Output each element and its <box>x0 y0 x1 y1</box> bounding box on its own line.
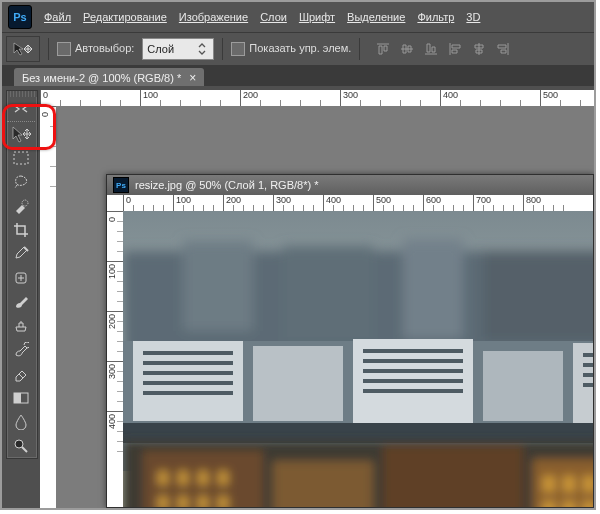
svg-rect-10 <box>403 239 463 339</box>
svg-rect-27 <box>363 359 463 363</box>
menu-image[interactable]: Изображение <box>179 11 248 23</box>
svg-rect-56 <box>583 501 593 507</box>
svg-rect-43 <box>178 471 188 485</box>
toolbox <box>6 90 38 459</box>
menu-type[interactable]: Шрифт <box>299 11 335 23</box>
tool-clone-stamp[interactable] <box>7 314 35 338</box>
tool-quick-select[interactable] <box>7 194 35 218</box>
align-top-icon[interactable] <box>372 38 394 60</box>
menu-3d[interactable]: 3D <box>466 11 480 23</box>
doc-ruler-horizontal[interactable]: 0100200300400500600700800 <box>123 195 593 212</box>
tool-crop[interactable] <box>7 218 35 242</box>
svg-rect-8 <box>183 241 253 331</box>
align-right-icon[interactable] <box>492 38 514 60</box>
align-bottom-icon[interactable] <box>420 38 442 60</box>
options-bar: Автовыбор: Слой Показать упр. элем. <box>2 32 594 66</box>
svg-rect-47 <box>178 496 188 507</box>
autoselect-checkbox[interactable]: Автовыбор: <box>57 42 134 56</box>
tool-marquee[interactable] <box>7 146 35 170</box>
svg-rect-45 <box>218 471 228 485</box>
svg-rect-33 <box>583 373 593 377</box>
svg-rect-35 <box>123 423 593 443</box>
svg-rect-38 <box>273 461 373 507</box>
current-tool-icon[interactable] <box>6 36 40 62</box>
svg-rect-22 <box>143 361 233 365</box>
svg-rect-28 <box>363 369 463 373</box>
svg-rect-54 <box>543 501 555 507</box>
tool-gradient[interactable] <box>7 386 35 410</box>
svg-rect-52 <box>583 476 593 492</box>
workspace: 0100200300400500 0 Ps resize.jpg @ 50% (… <box>2 86 594 508</box>
tool-history-brush[interactable] <box>7 338 35 362</box>
svg-rect-49 <box>218 496 228 507</box>
select-value: Слой <box>147 43 174 55</box>
document-tab[interactable]: Без имени-2 @ 100% (RGB/8) * × <box>14 68 204 88</box>
align-buttons <box>372 38 514 60</box>
svg-rect-46 <box>158 496 168 507</box>
document-tab-bar: Без имени-2 @ 100% (RGB/8) * × <box>2 66 594 88</box>
chevron-updown-icon <box>195 42 209 56</box>
menu-select[interactable]: Выделение <box>347 11 405 23</box>
svg-rect-50 <box>543 476 555 492</box>
svg-rect-34 <box>583 383 593 387</box>
tool-move[interactable] <box>7 122 35 146</box>
document-tab-title: Без имени-2 @ 100% (RGB/8) * <box>22 72 181 84</box>
svg-rect-9 <box>283 246 373 341</box>
svg-rect-4 <box>14 393 21 403</box>
menu-file[interactable]: Файл <box>44 11 71 23</box>
ps-file-icon: Ps <box>113 177 129 193</box>
tool-healing-brush[interactable] <box>7 266 35 290</box>
document-canvas[interactable] <box>123 211 593 507</box>
document-window[interactable]: Ps resize.jpg @ 50% (Слой 1, RGB/8*) * 0… <box>106 174 594 508</box>
menu-layer[interactable]: Слои <box>260 11 287 23</box>
tool-brush[interactable] <box>7 290 35 314</box>
tool-lasso[interactable] <box>7 170 35 194</box>
collapse-arrows-icon[interactable] <box>7 97 35 122</box>
svg-rect-26 <box>363 349 463 353</box>
menu-bar: Ps Файл Редактирование Изображение Слои … <box>2 2 594 32</box>
svg-rect-51 <box>563 476 575 492</box>
svg-rect-16 <box>253 346 343 421</box>
document-titlebar[interactable]: Ps resize.jpg @ 50% (Слой 1, RGB/8*) * <box>107 175 593 196</box>
svg-rect-30 <box>363 389 463 393</box>
svg-rect-42 <box>158 471 168 485</box>
menu-filter[interactable]: Фильтр <box>417 11 454 23</box>
menu-edit[interactable]: Редактирование <box>83 11 167 23</box>
doc-ruler-vertical[interactable]: 0100200300400 <box>107 211 124 507</box>
ruler-corner <box>107 195 124 212</box>
close-icon[interactable]: × <box>189 71 196 85</box>
svg-rect-31 <box>583 353 593 357</box>
align-left-icon[interactable] <box>444 38 466 60</box>
svg-rect-39 <box>383 446 523 507</box>
align-vcenter-icon[interactable] <box>396 38 418 60</box>
align-hcenter-icon[interactable] <box>468 38 490 60</box>
ruler-vertical[interactable]: 0 <box>40 106 57 508</box>
svg-rect-25 <box>143 391 233 395</box>
svg-rect-32 <box>583 363 593 367</box>
svg-rect-55 <box>563 501 575 507</box>
app-logo: Ps <box>8 5 32 29</box>
svg-rect-18 <box>483 351 563 421</box>
svg-rect-23 <box>143 371 233 375</box>
ruler-horizontal[interactable]: 0100200300400500 <box>40 90 594 107</box>
tool-eyedropper[interactable] <box>7 242 35 266</box>
svg-rect-24 <box>143 381 233 385</box>
svg-rect-44 <box>198 471 208 485</box>
svg-rect-29 <box>363 379 463 383</box>
tool-dodge[interactable] <box>7 434 35 458</box>
autoselect-target-select[interactable]: Слой <box>142 38 214 60</box>
svg-rect-0 <box>14 152 28 164</box>
document-title: resize.jpg @ 50% (Слой 1, RGB/8*) * <box>135 179 318 191</box>
svg-point-5 <box>15 440 23 448</box>
tool-eraser[interactable] <box>7 362 35 386</box>
svg-rect-48 <box>198 496 208 507</box>
svg-rect-11 <box>483 251 593 341</box>
svg-rect-21 <box>143 351 233 355</box>
tool-blur[interactable] <box>7 410 35 434</box>
svg-point-1 <box>22 200 28 206</box>
show-transform-checkbox[interactable]: Показать упр. элем. <box>231 42 351 56</box>
